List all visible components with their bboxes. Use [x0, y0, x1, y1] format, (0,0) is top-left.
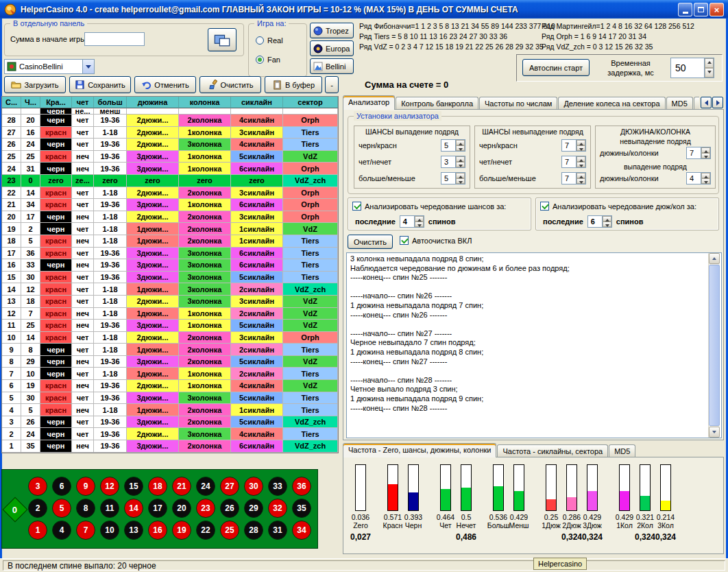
table-row[interactable]: 1014краснчет1-182дюжи...2колонка3сиклайн… — [2, 332, 338, 344]
table-row[interactable]: 1736краснчет19-363дюжи...3колонка6сиклай… — [2, 248, 338, 260]
table-row[interactable]: 45красннеч1-181дюжи...2колонка1сиклайнTi… — [2, 404, 338, 416]
dozen-absent-spinner[interactable]: 7 — [686, 147, 711, 159]
start-sum-input[interactable] — [84, 32, 145, 46]
spin-down-icon[interactable] — [603, 222, 611, 227]
column-header[interactable]: Кра... — [40, 97, 72, 108]
analysis-log[interactable]: 3 колонка невыпадала подряд 8 спин; Набл… — [346, 252, 722, 438]
delay-spinner[interactable]: 50 — [670, 58, 714, 78]
maximize-button[interactable] — [694, 3, 708, 16]
board-number[interactable]: 35 — [292, 499, 311, 518]
table-row[interactable]: 192чернчет1-181дюжи...2колонка1сиклайнVd… — [2, 223, 338, 235]
board-number[interactable]: 32 — [268, 499, 287, 518]
autospin-start-button[interactable]: Автоспин старт — [522, 59, 590, 76]
delay-spin-down-icon[interactable] — [705, 68, 714, 78]
clear-button[interactable]: Очистить — [199, 76, 261, 93]
spin-down-icon[interactable] — [456, 145, 465, 151]
spin-up-icon[interactable] — [456, 173, 465, 178]
spin-up-icon[interactable] — [701, 173, 710, 178]
spin-down-icon[interactable] — [577, 178, 585, 184]
column-header[interactable]: колонка — [179, 97, 231, 108]
board-number[interactable]: 14 — [124, 499, 143, 518]
alt-chances-checkbox[interactable] — [352, 202, 361, 211]
table-row[interactable]: 1412краснчет1-181дюжи...3колонка2сиклайн… — [2, 283, 338, 296]
table-row[interactable]: 2017черннеч1-182дюжи...2колонка3сиклайнO… — [2, 211, 338, 224]
collapse-button[interactable]: - — [325, 76, 339, 93]
appear-highlow-spinner[interactable]: 5 — [441, 172, 465, 184]
board-zero[interactable]: 0 — [3, 497, 28, 523]
table-row[interactable]: 326чернчет19-363дюжи...2колонка5сиклайнV… — [2, 416, 338, 429]
tab[interactable]: Ко... — [694, 97, 699, 110]
absent-evenodd-spinner[interactable]: 7 — [561, 156, 586, 168]
board-number[interactable]: 33 — [268, 477, 287, 496]
table-row[interactable]: 2134краснчет19-363дюжи...1колонка6сиклай… — [2, 199, 338, 211]
alt-dozens-checkbox[interactable] — [540, 202, 549, 211]
radio-real-bullet[interactable] — [256, 36, 264, 45]
tab[interactable]: Частоты по числам — [479, 97, 557, 110]
tab[interactable]: MD5 — [609, 444, 635, 457]
tab[interactable]: Частота - Zero, шансы, дюжины, колонки — [343, 443, 496, 457]
board-number[interactable]: 25 — [220, 521, 239, 540]
column-header[interactable]: Ч... — [21, 97, 40, 108]
table-row[interactable]: 135черннеч19-363дюжи...2колонка6сиклайнV… — [2, 440, 338, 453]
column-header[interactable]: дюжина — [127, 97, 179, 108]
spin-up-icon[interactable] — [701, 147, 710, 153]
board-number[interactable]: 26 — [220, 499, 239, 518]
table-row[interactable]: 710чернчет1-181дюжи...1колонка2сиклайнTi… — [2, 368, 338, 380]
board-number[interactable]: 4 — [52, 521, 71, 540]
spin-up-icon[interactable] — [603, 216, 611, 222]
alt-chances-spinner[interactable]: 4 — [400, 215, 424, 228]
spin-down-icon[interactable] — [415, 222, 424, 227]
table-row[interactable]: 829черннеч19-363дюжи...2колонка5сиклайнV… — [2, 356, 338, 368]
detach-panel-button[interactable] — [208, 28, 236, 51]
radio-fan[interactable]: Fan — [256, 56, 280, 64]
board-number[interactable]: 31 — [268, 521, 287, 540]
delay-spin-up-icon[interactable] — [705, 58, 714, 68]
board-number[interactable]: 24 — [196, 477, 215, 496]
undo-button[interactable]: Отменить — [134, 76, 196, 93]
bellini-button[interactable]: Bellini — [310, 58, 354, 74]
scrollbar-thumb[interactable] — [709, 265, 720, 426]
board-number[interactable]: 6 — [52, 477, 71, 496]
board-number[interactable]: 29 — [244, 499, 263, 518]
radio-real[interactable]: Real — [256, 36, 283, 45]
table-row[interactable]: 2716краснчет1-182дюжи...1колонка3сиклайн… — [2, 127, 338, 139]
tropez-button[interactable]: Tropez — [310, 23, 354, 38]
board-number[interactable]: 17 — [148, 499, 167, 518]
tab[interactable]: Деление колеса на сектора — [558, 97, 665, 110]
scroll-up-button[interactable] — [709, 253, 720, 264]
spin-down-icon[interactable] — [456, 162, 465, 167]
table-row[interactable]: 530краснчет19-363дюжи...3колонка5сиклайн… — [2, 392, 338, 405]
europa-button[interactable]: Europa — [310, 40, 354, 56]
board-number[interactable]: 18 — [148, 477, 167, 496]
tab-scroll-left-button[interactable] — [701, 97, 712, 108]
table-row[interactable]: 1318краснчет1-182дюжи...3колонка3сиклайн… — [2, 296, 338, 308]
combo-dropdown-button[interactable] — [82, 60, 94, 73]
appear-evenodd-spinner[interactable]: 3 — [441, 156, 465, 168]
dozen-appear-spinner[interactable]: 4 — [686, 172, 711, 184]
tab[interactable]: Частота - сиклайны, сектора — [497, 444, 608, 457]
board-number[interactable]: 13 — [124, 521, 143, 540]
board-number[interactable]: 28 — [244, 521, 263, 540]
board-number[interactable]: 19 — [172, 521, 191, 540]
board-number[interactable]: 11 — [100, 499, 119, 518]
board-number[interactable]: 15 — [124, 477, 143, 496]
delay-value[interactable]: 50 — [671, 58, 704, 78]
table-row[interactable]: 1125красннеч19-363дюжи...1колонка5сиклай… — [2, 320, 338, 332]
spin-down-icon[interactable] — [577, 145, 585, 151]
board-number[interactable]: 2 — [28, 499, 47, 518]
tab[interactable]: MD5 — [666, 97, 693, 110]
board-number[interactable]: 27 — [220, 477, 239, 496]
load-button[interactable]: Загрузить — [4, 76, 66, 93]
tab[interactable]: Контроль банкролла — [396, 97, 478, 110]
spin-down-icon[interactable] — [456, 178, 465, 184]
casino-select[interactable]: CasinoBellini — [4, 59, 95, 74]
tab-scroll-right-button[interactable] — [712, 97, 723, 108]
board-number[interactable]: 34 — [292, 521, 311, 540]
column-header[interactable]: чет — [72, 97, 94, 108]
board-number[interactable]: 22 — [196, 521, 215, 540]
column-header[interactable]: больш — [94, 97, 127, 108]
spin-up-icon[interactable] — [456, 140, 465, 145]
table-row[interactable]: 619красннеч19-362дюжи...1колонка4сиклайн… — [2, 380, 338, 392]
appear-blackred-spinner[interactable]: 5 — [441, 139, 465, 152]
table-row[interactable]: 224чернчет19-362дюжи...3колонка4сиклайнT… — [2, 428, 338, 440]
